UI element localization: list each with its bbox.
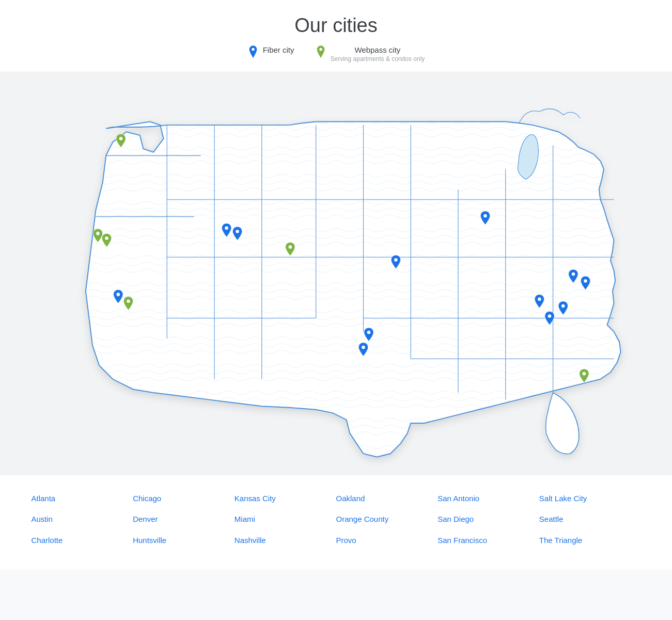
svg-point-20 [119, 137, 122, 141]
svg-point-28 [394, 258, 398, 261]
svg-point-26 [116, 292, 120, 296]
legend-webpass: Webpass city Serving apartments & condos… [315, 45, 425, 63]
city-name-kansas-city[interactable]: Kansas City [235, 490, 336, 507]
webpass-legend-label: Webpass city [331, 45, 425, 55]
svg-point-27 [127, 299, 130, 303]
svg-point-34 [561, 304, 565, 307]
svg-point-35 [582, 372, 586, 376]
map-svg-container [32, 88, 641, 469]
city-name-the-triangle[interactable]: The Triangle [539, 532, 641, 549]
svg-point-30 [571, 272, 575, 276]
city-name-atlanta[interactable]: Atlanta [32, 490, 133, 507]
city-name-charlotte[interactable]: Charlotte [32, 532, 133, 549]
page-container: Our cities Fiber city Webpass city Se [0, 0, 672, 569]
city-name-san-francisco[interactable]: San Francisco [437, 532, 539, 549]
map-section [0, 72, 672, 474]
page-title: Our cities [0, 14, 672, 37]
city-name-denver[interactable]: Denver [133, 511, 235, 528]
svg-point-21 [96, 231, 100, 235]
city-name-chicago[interactable]: Chicago [133, 490, 235, 507]
svg-point-22 [105, 236, 108, 240]
us-map-svg [32, 88, 641, 467]
svg-point-29 [483, 214, 487, 218]
city-name-salt-lake-city[interactable]: Salt Lake City [539, 490, 641, 507]
svg-point-36 [367, 331, 370, 334]
svg-point-1 [319, 48, 322, 51]
svg-point-24 [236, 229, 239, 233]
fiber-legend-label: Fiber city [263, 45, 294, 55]
city-name-san-diego[interactable]: San Diego [437, 511, 539, 528]
svg-point-37 [362, 345, 365, 349]
legend-fiber: Fiber city [247, 45, 294, 60]
svg-point-31 [584, 279, 587, 283]
city-name-huntsville[interactable]: Huntsville [133, 532, 235, 549]
city-name-seattle[interactable]: Seattle [539, 511, 641, 528]
city-name-san-antonio[interactable]: San Antonio [437, 490, 539, 507]
webpass-legend-sublabel: Serving apartments & condos only [331, 55, 425, 63]
svg-point-25 [288, 245, 292, 249]
legend: Fiber city Webpass city Serving apartmen… [0, 45, 672, 63]
city-name-nashville[interactable]: Nashville [235, 532, 336, 549]
svg-point-23 [225, 226, 228, 230]
svg-point-33 [548, 314, 551, 318]
city-name-oakland[interactable]: Oakland [336, 490, 438, 507]
city-name-provo[interactable]: Provo [336, 532, 438, 549]
cities-list: AtlantaChicagoKansas CityOaklandSan Anto… [0, 474, 672, 570]
cities-grid: AtlantaChicagoKansas CityOaklandSan Anto… [32, 490, 641, 549]
map-wrapper [32, 88, 641, 469]
header: Our cities Fiber city Webpass city Se [0, 0, 672, 72]
webpass-pin-icon [315, 45, 326, 60]
svg-point-32 [538, 297, 541, 301]
city-name-miami[interactable]: Miami [235, 511, 336, 528]
svg-point-0 [252, 48, 255, 51]
fiber-pin-icon [247, 45, 259, 60]
city-name-austin[interactable]: Austin [32, 511, 133, 528]
city-name-orange-county[interactable]: Orange County [336, 511, 438, 528]
